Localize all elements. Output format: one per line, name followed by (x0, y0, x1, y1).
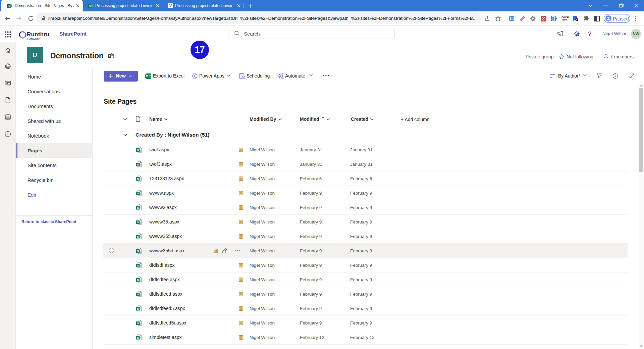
svg-text:S: S (137, 293, 139, 296)
svg-text:S: S (137, 163, 139, 166)
svg-text:S: S (137, 322, 139, 325)
svg-text:S: S (137, 307, 139, 310)
svg-text:S: S (137, 250, 139, 253)
svg-text:S: S (137, 221, 139, 224)
svg-text:S: S (137, 192, 139, 195)
svg-text:S: S (137, 264, 139, 267)
svg-text:S: S (137, 279, 139, 282)
svg-text:S: S (137, 336, 139, 339)
svg-text:X: X (146, 74, 148, 78)
svg-text:S: S (137, 235, 139, 238)
svg-text:S: S (137, 178, 139, 181)
svg-text:S: S (137, 206, 139, 209)
svg-text:V: V (169, 3, 172, 8)
svg-text:S: S (137, 149, 139, 152)
svg-text:S: S (8, 4, 10, 8)
svg-text:S: S (89, 4, 91, 8)
